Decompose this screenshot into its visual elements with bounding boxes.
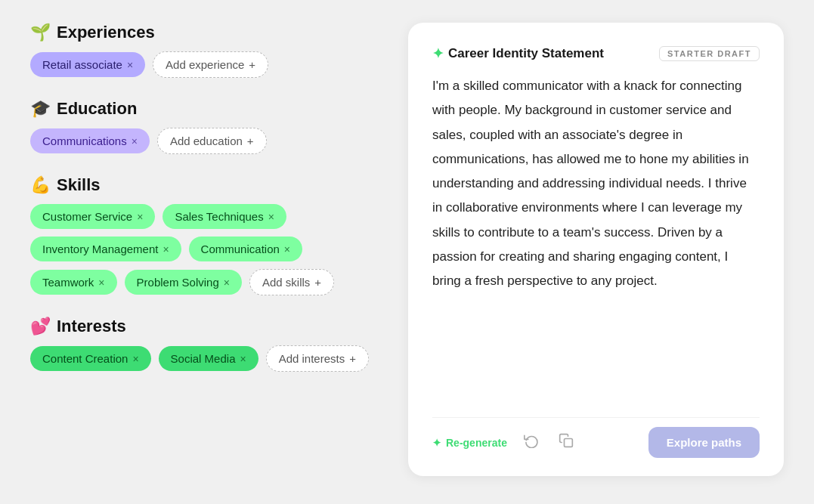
plus-icon: +: [349, 352, 356, 365]
tag-inventory-management[interactable]: Inventory Management ×: [30, 237, 181, 261]
starter-draft-badge: STARTER DRAFT: [659, 46, 760, 61]
plus-icon: +: [247, 135, 254, 147]
remove-communication[interactable]: ×: [284, 243, 290, 255]
career-statement-body: I'm a skilled communicator with a knack …: [432, 74, 760, 405]
regenerate-button[interactable]: ✦ Re-generate: [432, 437, 507, 449]
add-education-button[interactable]: Add education +: [157, 128, 267, 154]
card-title: ✦ Career Identity Statement: [432, 45, 604, 62]
explore-paths-button[interactable]: Explore paths: [648, 427, 760, 458]
add-experience-button[interactable]: Add experience +: [153, 51, 268, 78]
education-title: 🎓 Education: [30, 99, 378, 119]
skills-emoji: 💪: [30, 175, 51, 195]
interests-emoji: 💕: [30, 317, 51, 336]
tag-customer-service[interactable]: Customer Service ×: [30, 204, 155, 229]
interests-title: 💕 Interests: [30, 317, 378, 336]
education-emoji: 🎓: [30, 99, 51, 119]
remove-teamwork[interactable]: ×: [98, 277, 104, 289]
career-identity-card: ✦ Career Identity Statement STARTER DRAF…: [408, 23, 784, 476]
skills-section: 💪 Skills Customer Service × Sales Techni…: [30, 175, 378, 295]
remove-problem-solving[interactable]: ×: [224, 277, 230, 289]
spark-icon: ✦: [432, 45, 444, 62]
education-section: 🎓 Education Communications × Add educati…: [30, 99, 378, 154]
card-footer: ✦ Re-generate Explore paths: [432, 417, 760, 458]
tag-social-media[interactable]: Social Media ×: [159, 346, 258, 371]
main-container: 🌱 Experiences Retail associate × Add exp…: [0, 0, 814, 504]
remove-inventory-management[interactable]: ×: [162, 243, 169, 255]
skills-tags: Customer Service × Sales Techniques × In…: [30, 204, 378, 295]
education-tags: Communications × Add education +: [30, 128, 378, 154]
tag-teamwork[interactable]: Teamwork ×: [30, 270, 117, 295]
interests-tags: Content Creation × Social Media × Add in…: [30, 345, 378, 372]
plus-icon: +: [249, 58, 255, 71]
tag-content-creation[interactable]: Content Creation ×: [30, 346, 151, 371]
remove-communications[interactable]: ×: [132, 135, 138, 147]
skills-title: 💪 Skills: [30, 175, 378, 195]
add-interests-button[interactable]: Add interests +: [266, 345, 369, 372]
left-panel: 🌱 Experiences Retail associate × Add exp…: [30, 23, 378, 372]
svg-rect-0: [564, 439, 572, 447]
add-skills-button[interactable]: Add skills +: [249, 269, 334, 295]
remove-social-media[interactable]: ×: [240, 353, 246, 365]
regen-spark-icon: ✦: [432, 437, 441, 449]
plus-icon: +: [314, 276, 321, 289]
remove-retail-associate[interactable]: ×: [127, 59, 133, 71]
tag-communications[interactable]: Communications ×: [30, 128, 150, 153]
tag-retail-associate[interactable]: Retail associate ×: [30, 52, 145, 77]
experiences-title: 🌱 Experiences: [30, 23, 378, 42]
remove-sales-techniques[interactable]: ×: [268, 211, 274, 223]
interests-section: 💕 Interests Content Creation × Social Me…: [30, 317, 378, 372]
remove-content-creation[interactable]: ×: [132, 353, 138, 365]
footer-left-actions: ✦ Re-generate: [432, 430, 577, 455]
experiences-tags: Retail associate × Add experience +: [30, 51, 378, 78]
card-header: ✦ Career Identity Statement STARTER DRAF…: [432, 45, 760, 62]
tag-problem-solving[interactable]: Problem Solving ×: [125, 270, 242, 295]
tag-sales-techniques[interactable]: Sales Techniques ×: [162, 204, 286, 229]
copy-button[interactable]: [556, 430, 577, 455]
history-button[interactable]: [521, 430, 542, 455]
experiences-emoji: 🌱: [30, 23, 51, 42]
tag-communication[interactable]: Communication ×: [189, 237, 302, 261]
experiences-section: 🌱 Experiences Retail associate × Add exp…: [30, 23, 378, 78]
remove-customer-service[interactable]: ×: [137, 211, 143, 223]
